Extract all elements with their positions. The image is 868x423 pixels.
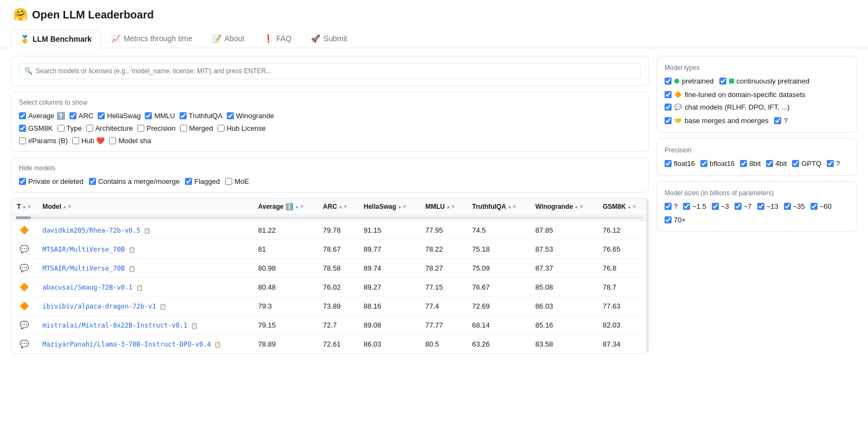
th-gsm8k[interactable]: GSM8K ▲▼ bbox=[597, 198, 648, 215]
size-70b[interactable]: 70+ bbox=[665, 216, 686, 224]
type-chat-checkbox[interactable] bbox=[665, 104, 672, 111]
col-mmlu-checkbox[interactable] bbox=[145, 112, 152, 119]
precision-bfloat16-checkbox[interactable] bbox=[700, 160, 707, 167]
th-average[interactable]: Average ℹ️ ▲▼ bbox=[253, 198, 318, 215]
precision-float16[interactable]: float16 bbox=[665, 159, 695, 168]
precision-bfloat16[interactable]: bfloat16 bbox=[700, 159, 735, 168]
col-arc-checkbox[interactable] bbox=[69, 112, 76, 119]
precision-gptq[interactable]: GPTQ bbox=[792, 159, 821, 168]
type-pretrained-checkbox[interactable] bbox=[665, 78, 672, 85]
col-hub[interactable]: Hub ❤️ bbox=[72, 137, 105, 145]
type-chat-models[interactable]: 💬 chat models (RLHF, DPO, IFT, ...) bbox=[665, 103, 790, 111]
type-continuously-pretrained[interactable]: continuously pretrained bbox=[719, 77, 809, 85]
col-average-checkbox[interactable] bbox=[19, 112, 26, 119]
model-link[interactable]: ibivibiv/alpaca-dragon-72b-v1 bbox=[42, 303, 156, 310]
hide-flagged[interactable]: Flagged bbox=[185, 177, 220, 185]
col-average[interactable]: Average ⬆️ bbox=[19, 112, 65, 120]
hide-flagged-checkbox[interactable] bbox=[185, 178, 192, 185]
col-precision[interactable]: Precision bbox=[137, 124, 175, 132]
col-gsm8k[interactable]: GSM8K bbox=[19, 124, 53, 132]
col-merged-checkbox[interactable] bbox=[180, 125, 187, 132]
col-truthfulqa-checkbox[interactable] bbox=[180, 112, 187, 119]
size-35b[interactable]: ~35 bbox=[784, 202, 805, 210]
col-gsm8k-checkbox[interactable] bbox=[19, 125, 26, 132]
hide-private-checkbox[interactable] bbox=[19, 178, 26, 185]
precision-unknown[interactable]: ? bbox=[827, 159, 840, 168]
col-model-sha-checkbox[interactable] bbox=[109, 137, 116, 144]
size-13b-checkbox[interactable] bbox=[757, 203, 764, 210]
size-13b[interactable]: ~13 bbox=[757, 202, 778, 210]
col-type[interactable]: Type bbox=[58, 124, 82, 132]
col-params-checkbox[interactable] bbox=[19, 137, 26, 144]
type-unknown-checkbox[interactable] bbox=[774, 117, 781, 124]
tab-llm-benchmark[interactable]: 🥇 LLM Benchmark bbox=[11, 29, 101, 48]
hide-private[interactable]: Private or deleted bbox=[19, 177, 84, 185]
th-hellaswag[interactable]: HellaSwag ▲▼ bbox=[358, 198, 420, 215]
tab-about[interactable]: 📝 About bbox=[203, 29, 254, 48]
model-link[interactable]: MTSAIR/MultiVerse_70B bbox=[42, 265, 125, 272]
size-1-5b[interactable]: ~1.5 bbox=[683, 202, 706, 210]
type-base-merges[interactable]: 🤝 base merges and moerges bbox=[665, 117, 769, 125]
tab-faq[interactable]: ❗ FAQ bbox=[254, 29, 301, 48]
precision-gptq-checkbox[interactable] bbox=[792, 160, 799, 167]
col-hub-license[interactable]: Hub License bbox=[218, 124, 266, 132]
col-precision-checkbox[interactable] bbox=[137, 125, 144, 132]
th-arc[interactable]: ARC ▲▼ bbox=[317, 198, 358, 215]
hide-merge[interactable]: Contains a merge/moerge bbox=[89, 177, 180, 185]
hide-merge-checkbox[interactable] bbox=[89, 178, 96, 185]
size-unknown[interactable]: ? bbox=[665, 202, 678, 210]
col-merged[interactable]: Merged bbox=[180, 124, 213, 132]
th-mmlu[interactable]: MMLU ▲▼ bbox=[420, 198, 467, 215]
size-unknown-checkbox[interactable] bbox=[665, 203, 672, 210]
size-3b-checkbox[interactable] bbox=[712, 203, 719, 210]
col-type-checkbox[interactable] bbox=[58, 125, 65, 132]
size-1-5b-checkbox[interactable] bbox=[683, 203, 690, 210]
col-hellaswag-checkbox[interactable] bbox=[98, 112, 105, 119]
size-60b-checkbox[interactable] bbox=[810, 203, 818, 210]
search-input[interactable] bbox=[19, 63, 641, 79]
precision-4bit-checkbox[interactable] bbox=[766, 160, 773, 167]
hide-moe[interactable]: MoE bbox=[225, 177, 249, 185]
precision-4bit[interactable]: 4bit bbox=[766, 159, 787, 168]
col-params[interactable]: #Params (B) bbox=[19, 137, 68, 145]
hide-moe-checkbox[interactable] bbox=[225, 178, 232, 185]
col-architecture[interactable]: Architecture bbox=[86, 124, 133, 132]
col-winogrande-checkbox[interactable] bbox=[227, 112, 234, 119]
tab-submit[interactable]: 🚀 Submit bbox=[302, 29, 356, 48]
model-link[interactable]: MaziyarPanahi/Llama-3-70B-Instruct-DPO-v… bbox=[42, 341, 211, 348]
th-type[interactable]: T ▲▼ bbox=[11, 198, 37, 215]
th-winogrande[interactable]: Winogrande ▲▼ bbox=[530, 198, 597, 215]
model-link[interactable]: MTSAIR/MultiVerse_70B bbox=[42, 246, 125, 253]
th-model[interactable]: Model ▲▼ bbox=[37, 198, 253, 215]
col-hub-license-checkbox[interactable] bbox=[218, 125, 225, 132]
precision-unknown-checkbox[interactable] bbox=[827, 160, 834, 167]
th-truthfulqa[interactable]: TruthfulQA ▲▼ bbox=[467, 198, 530, 215]
type-fine-tuned[interactable]: 🔶 fine-tuned on domain-specific datasets bbox=[665, 91, 806, 99]
type-merges-checkbox[interactable] bbox=[665, 117, 672, 124]
size-3b[interactable]: ~3 bbox=[712, 202, 729, 210]
size-60b[interactable]: ~60 bbox=[810, 202, 832, 210]
type-pretrained[interactable]: pretrained bbox=[665, 77, 714, 85]
model-link[interactable]: davidkim205/Rhea-72b-v0.5 bbox=[42, 227, 141, 234]
precision-8bit-checkbox[interactable] bbox=[740, 160, 747, 167]
model-link[interactable]: abacusai/Smaug-72B-v0.1 bbox=[42, 284, 132, 291]
scrollbar-track[interactable] bbox=[16, 216, 644, 219]
precision-8bit[interactable]: 8bit bbox=[740, 159, 761, 168]
col-hellaswag[interactable]: HellaSwag bbox=[98, 112, 141, 120]
type-fine-tuned-checkbox[interactable] bbox=[665, 91, 672, 98]
type-unknown[interactable]: ? bbox=[774, 117, 788, 125]
model-link[interactable]: mistralai/Mixtral-8x22B-Instruct-v0.1 bbox=[42, 322, 187, 329]
col-truthfulqa[interactable]: TruthfulQA bbox=[180, 112, 222, 120]
size-35b-checkbox[interactable] bbox=[784, 203, 791, 210]
col-winogrande[interactable]: Winogrande bbox=[227, 112, 274, 120]
size-7b[interactable]: ~7 bbox=[735, 202, 752, 210]
col-architecture-checkbox[interactable] bbox=[86, 125, 93, 132]
type-continuously-checkbox[interactable] bbox=[719, 78, 726, 85]
col-model-sha[interactable]: Model sha bbox=[109, 137, 151, 145]
col-hub-checkbox[interactable] bbox=[72, 137, 79, 144]
size-7b-checkbox[interactable] bbox=[735, 203, 742, 210]
tab-metrics[interactable]: 📈 Metrics through time bbox=[102, 29, 202, 48]
col-mmlu[interactable]: MMLU bbox=[145, 112, 175, 120]
col-arc[interactable]: ARC bbox=[69, 112, 93, 120]
size-70b-checkbox[interactable] bbox=[665, 216, 672, 223]
